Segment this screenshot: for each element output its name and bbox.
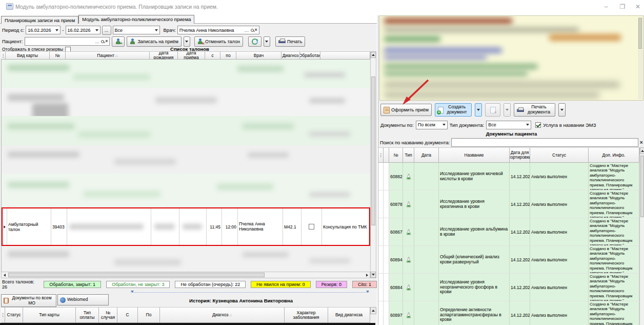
tab-webiomed[interactable]: Webiomed (57, 294, 109, 305)
col-sort-date[interactable]: Дата для сортировки (510, 147, 530, 163)
history-scroll-up-button[interactable] (370, 307, 376, 314)
tab-module[interactable]: Модуль амбулаторно-поликлинического прие… (78, 15, 194, 24)
minimize-button[interactable]: – (599, 2, 613, 11)
register-visit-button[interactable]: Оформить приём (380, 104, 432, 116)
tickets-vertical-scrollbar[interactable] (370, 51, 376, 278)
col-pay-type[interactable]: Тип оплаты (76, 307, 99, 323)
col-card-type[interactable]: Тип карты (23, 307, 76, 323)
col-status[interactable]: Статус (530, 147, 589, 163)
document-row[interactable]: 60884 Исследование уровня неорганическог… (378, 274, 639, 301)
patient-info-scrollbar[interactable] (638, 17, 642, 99)
collapse-icon[interactable] (366, 291, 369, 293)
col-diagnosis[interactable]: Диагноз (281, 51, 300, 60)
document-row[interactable]: 60894 Общий (клинический) анализ крови р… (378, 246, 639, 274)
document-row[interactable]: 60867 Исследование уровня альбумина в кр… (378, 218, 639, 246)
emz-checkbox[interactable] (535, 122, 541, 128)
col-case-number[interactable]: № случая (99, 307, 117, 323)
scroll-thumb[interactable] (640, 156, 644, 217)
document-search-field[interactable] (451, 138, 638, 147)
print-document-dropdown[interactable] (558, 103, 566, 117)
create-document-button[interactable]: +Создать документ (435, 103, 472, 117)
col-date[interactable]: Дата (414, 147, 439, 163)
delete-document-button[interactable]: × (485, 103, 500, 117)
selected-ticket-row[interactable]: Амбулаторный талон 39403 11:45 12:00 Пче… (2, 207, 370, 246)
documents-table-body[interactable]: 60882 Исследование уровня мочевой кислот… (378, 163, 639, 325)
delete-document-dropdown[interactable] (504, 103, 511, 117)
enroll-dropdown-button[interactable] (184, 36, 190, 47)
col-visit-date[interactable]: Дата приёма (178, 51, 205, 60)
scroll-thumb[interactable] (8, 273, 265, 277)
col-processed[interactable]: Обработан (300, 51, 320, 60)
refresh-button[interactable] (248, 36, 261, 47)
col-type[interactable]: Тип (403, 147, 414, 163)
print-button[interactable]: Печать (275, 36, 305, 47)
clear-search-icon[interactable]: × (640, 140, 643, 145)
scroll-up-button[interactable] (371, 52, 376, 58)
col-to[interactable]: По (138, 307, 160, 323)
collapse-icon[interactable] (131, 291, 134, 293)
col-birthdate[interactable]: Дата рождения (150, 51, 178, 60)
documents-scrollbar[interactable] (639, 147, 644, 325)
col-number[interactable]: № (389, 147, 403, 163)
col-card-type[interactable]: Вид карты (6, 51, 50, 60)
panel-splitter[interactable] (131, 292, 369, 296)
document-row[interactable]: 60897 Определение активности аспартатами… (378, 301, 639, 325)
clear-icon[interactable]: × (105, 39, 108, 44)
search-icon[interactable] (101, 40, 104, 43)
col-patient[interactable]: Пациент△ (66, 51, 150, 60)
tab-planner[interactable]: Планировщик записи на прием (1, 16, 78, 24)
select-patient-button[interactable]: + (112, 36, 125, 47)
col-diagnosis-kind[interactable]: Вид диагноза (328, 307, 370, 323)
restore-button[interactable]: ❐ (615, 2, 630, 11)
scroll-down-button[interactable] (371, 272, 376, 278)
cell-sort-date: 14.12.2022 (510, 246, 530, 273)
tab-docs-all-mo[interactable]: Документы по всем МО (1, 294, 56, 307)
col-time-to[interactable]: по (220, 51, 236, 60)
docs-by-select[interactable]: По всем (416, 121, 448, 129)
col-extra[interactable] (320, 51, 370, 60)
col-disease-character[interactable]: Характер заболевания (285, 307, 328, 323)
create-document-dropdown[interactable] (475, 103, 482, 117)
col-name[interactable]: Название (439, 147, 510, 163)
document-row[interactable]: 60878 Исследование уровня креатинина в к… (378, 190, 639, 218)
search-icon[interactable] (251, 29, 254, 32)
period-more-button[interactable]: ... (102, 26, 111, 35)
col-time-from[interactable]: с (205, 51, 220, 60)
col-group[interactable] (384, 147, 389, 163)
col-diagnosis[interactable]: Диагноз△ (160, 307, 285, 323)
cancel-ticket-button[interactable]: ×Отменить талон (194, 36, 243, 47)
doctor-input[interactable] (179, 28, 244, 33)
tickets-table-body[interactable]: Амбулаторный талон 39403 11:45 12:00 Пче… (1, 60, 370, 272)
tickets-horizontal-scrollbar[interactable] (1, 272, 370, 278)
doc-type-select[interactable]: Все (486, 121, 531, 129)
scroll-thumb[interactable] (638, 18, 642, 49)
enroll-button[interactable]: Записать на приём (127, 36, 182, 47)
patient-input[interactable] (27, 39, 94, 44)
close-button[interactable]: ✕ (631, 2, 644, 11)
refresh-dropdown-button[interactable] (264, 36, 270, 47)
col-number[interactable]: № (50, 51, 66, 60)
col-status[interactable]: Статус (5, 307, 23, 323)
scroll-thumb[interactable] (371, 77, 375, 225)
date-to-picker[interactable]: 16.02.2026 (66, 26, 100, 34)
column-chooser-icon[interactable]: ⋮ (1, 307, 5, 323)
more-icon[interactable]: … (95, 39, 100, 44)
print-document-button[interactable]: Печать документа (514, 103, 555, 117)
department-select[interactable]: Все (113, 26, 160, 34)
document-search-input[interactable] (453, 140, 636, 145)
date-from-picker[interactable]: 16.02.2026 (26, 26, 61, 34)
col-doctor[interactable]: Врач (236, 51, 281, 60)
document-row[interactable]: 60882 Исследование уровня мочевой кислот… (378, 163, 639, 190)
more-icon[interactable]: … (245, 28, 250, 33)
patient-field[interactable]: … × (25, 37, 110, 46)
doctor-field[interactable]: … × (177, 26, 259, 34)
clear-icon[interactable]: × (255, 28, 257, 32)
processed-checkbox[interactable] (309, 224, 314, 230)
column-chooser-icon[interactable]: ⋮ (378, 147, 384, 163)
col-from[interactable]: С (117, 307, 138, 323)
column-chooser-icon[interactable]: ⋮ (1, 51, 6, 60)
scroll-up-button[interactable] (640, 147, 644, 154)
col-info[interactable]: Доп. Инфо. (589, 147, 639, 163)
scroll-left-button[interactable] (2, 272, 7, 278)
scroll-right-button[interactable] (364, 272, 370, 278)
